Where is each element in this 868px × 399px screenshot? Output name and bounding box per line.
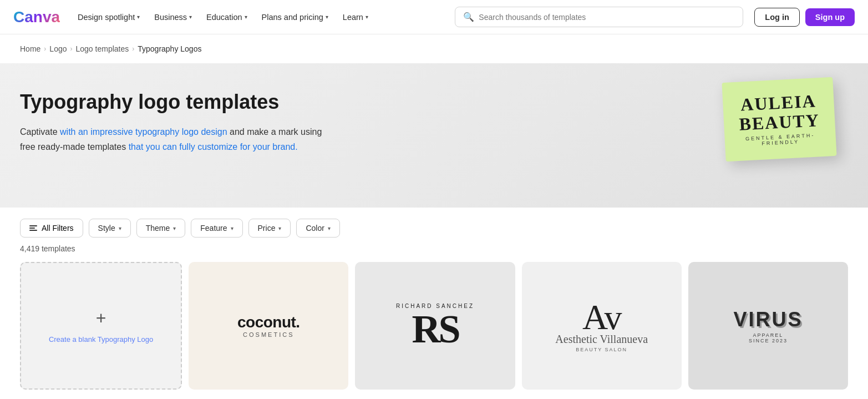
hero-desc-highlight1: with an impressive typography logo desig…	[60, 127, 227, 137]
coconut-logo: coconut. cosmetics	[237, 314, 300, 338]
blank-card-label: Create a blank Typography Logo	[49, 335, 153, 344]
breadcrumb: Home › Logo › Logo templates › Typograph…	[0, 34, 868, 63]
rs-logo: Richard Sanchez RS	[396, 303, 474, 349]
coconut-subtitle: cosmetics	[237, 331, 300, 338]
hero-card-title: AULEIA BEAUTY	[734, 91, 824, 135]
chevron-icon: ▾	[326, 14, 328, 20]
template-blank-card[interactable]: + Create a blank Typography Logo	[20, 262, 182, 390]
virus-sub: APPAREL SINCE 2023	[733, 332, 803, 344]
nav-education[interactable]: Education ▾	[200, 8, 254, 26]
nav-design-spotlight[interactable]: Design spotlight ▾	[71, 8, 146, 26]
filters-bar: All Filters Style ▾ Theme ▾ Feature ▾ Pr…	[0, 208, 868, 242]
chevron-icon: ▾	[366, 14, 368, 20]
search-icon: 🔍	[463, 12, 474, 22]
breadcrumb-current: Typography Logos	[138, 44, 201, 53]
all-filters-button[interactable]: All Filters	[20, 219, 83, 238]
chevron-icon: ▾	[173, 225, 176, 231]
breadcrumb-sep: ›	[132, 45, 134, 53]
filter-color-label: Color	[306, 224, 324, 233]
breadcrumb-logo[interactable]: Logo	[49, 44, 67, 53]
breadcrumb-home[interactable]: Home	[20, 44, 40, 53]
search-input[interactable]	[479, 13, 735, 22]
breadcrumb-sep: ›	[70, 45, 73, 53]
coconut-title: coconut.	[237, 314, 300, 331]
av-script-name: Aesthetic Villanueva	[555, 333, 648, 346]
template-coconut-card[interactable]: coconut. cosmetics	[189, 262, 348, 390]
nav-business[interactable]: Business ▾	[148, 8, 199, 26]
chevron-icon: ▾	[245, 14, 247, 20]
login-button[interactable]: Log in	[754, 8, 800, 27]
chevron-icon: ▾	[119, 225, 121, 231]
rs-monogram: RS	[396, 309, 474, 349]
page-title: Typography logo templates	[20, 90, 408, 114]
breadcrumb-logo-templates[interactable]: Logo templates	[76, 44, 129, 53]
av-monogram: Av	[555, 300, 648, 335]
signup-button[interactable]: Sign up	[805, 8, 855, 26]
hero-desc-text: Captivate	[20, 127, 60, 137]
nav-plans-pricing[interactable]: Plans and pricing ▾	[255, 8, 335, 26]
search-box[interactable]: 🔍	[455, 7, 743, 27]
hero-content: Typography logo templates Captivate with…	[20, 90, 408, 154]
hero-card-sub: GENTLE & EARTH-FRIENDLY	[736, 132, 825, 148]
count-text: 4,419 templates	[20, 244, 75, 253]
filter-feature-label: Feature	[200, 224, 227, 233]
nav-links: Design spotlight ▾ Business ▾ Education …	[71, 8, 444, 26]
filter-theme-label: Theme	[146, 224, 170, 233]
chevron-icon: ▾	[137, 14, 140, 20]
filter-style-label: Style	[98, 224, 115, 233]
template-virus-card[interactable]: VIRUS APPAREL SINCE 2023	[688, 262, 848, 390]
breadcrumb-sep: ›	[44, 45, 46, 53]
search-container: 🔍	[455, 7, 743, 27]
filter-color-button[interactable]: Color ▾	[296, 219, 339, 238]
hero-description: Captivate with an impressive typography …	[20, 125, 331, 154]
logo-text: Canva	[13, 8, 60, 26]
filter-style-button[interactable]: Style ▾	[89, 219, 131, 238]
filter-theme-button[interactable]: Theme ▾	[136, 219, 186, 238]
plus-icon: +	[96, 308, 106, 329]
filter-feature-button[interactable]: Feature ▾	[191, 219, 242, 238]
hero-card: AULEIA BEAUTY GENTLE & EARTH-FRIENDLY	[722, 77, 836, 162]
template-av-card[interactable]: Av Aesthetic Villanueva BEAUTY SALON	[522, 262, 682, 390]
logo[interactable]: Canva	[13, 8, 60, 26]
nav-actions: Log in Sign up	[754, 8, 855, 27]
chevron-icon: ▾	[231, 225, 234, 231]
chevron-icon: ▾	[189, 14, 192, 20]
chevron-icon: ▾	[278, 225, 281, 231]
hero-image: AULEIA BEAUTY GENTLE & EARTH-FRIENDLY	[724, 80, 835, 159]
template-count: 4,419 templates	[0, 242, 868, 262]
navbar: Canva Design spotlight ▾ Business ▾ Educ…	[0, 0, 868, 34]
av-logo: Av Aesthetic Villanueva BEAUTY SALON	[555, 300, 648, 352]
hero-section: Typography logo templates Captivate with…	[0, 63, 868, 208]
av-sub: BEAUTY SALON	[555, 347, 648, 352]
virus-logo: VIRUS APPAREL SINCE 2023	[733, 308, 803, 344]
templates-grid: + Create a blank Typography Logo coconut…	[0, 262, 868, 399]
all-filters-label: All Filters	[42, 224, 74, 233]
template-rs-card[interactable]: Richard Sanchez RS	[355, 262, 515, 390]
filter-price-label: Price	[258, 224, 276, 233]
chevron-icon: ▾	[328, 225, 331, 231]
filter-icon	[29, 225, 37, 231]
nav-learn[interactable]: Learn ▾	[336, 8, 375, 26]
filter-price-button[interactable]: Price ▾	[248, 219, 291, 238]
virus-title: VIRUS	[733, 308, 803, 331]
hero-desc-highlight2: that you can fully customize for your br…	[129, 142, 298, 151]
